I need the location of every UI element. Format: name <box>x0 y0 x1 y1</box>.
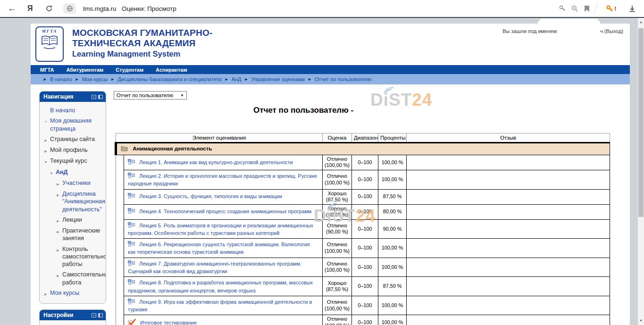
grade-report-table: Элемент оценивания Оценка Диапазон Проце… <box>115 133 610 325</box>
activity-link[interactable]: Лекция 3. Сущность, функция, типология и… <box>139 193 282 199</box>
report-type-select[interactable]: Отчет по пользователю ▼ <box>114 91 187 100</box>
breadcrumb-link[interactable]: Дисциплины бакалавриата и специалитета <box>117 76 222 82</box>
sidebar-nav-item[interactable]: Мой профиль <box>42 145 104 156</box>
sidebar-nav-item[interactable]: Дисциплина "Анимационная деятельность" <box>42 189 104 215</box>
open-book-icon <box>40 33 59 50</box>
tree-toggle-icon[interactable] <box>49 168 54 176</box>
password-alert-icon[interactable]: ! <box>606 0 616 17</box>
activity-link[interactable]: Итоговое тестирование <box>140 320 197 325</box>
indent-gutter <box>116 204 124 219</box>
indent-gutter <box>116 239 124 258</box>
activity-link[interactable]: Лекция 7. Драматургия анимационно-театра… <box>128 261 301 274</box>
page-background: МГТА МОСКОВСКАЯ ГУМАНИТАРНО- ТЕХНИЧЕСКАЯ… <box>0 18 644 325</box>
sidebar-nav-item[interactable]: Лекции <box>42 215 104 225</box>
sidebar-nav-item[interactable]: Практические занятия <box>42 225 104 244</box>
navigation-block-header: Навигация <box>40 92 106 102</box>
sidebar-nav-item[interactable]: Контроль самостоятельной работы <box>42 244 104 270</box>
activity-link[interactable]: Лекция 2. История и хронология массовых … <box>128 173 317 186</box>
main-menu-item[interactable]: Абитуриентам <box>66 67 103 73</box>
breadcrumb-link[interactable]: В начало <box>50 76 72 82</box>
scrollbar-thumb[interactable] <box>638 28 644 217</box>
tree-toggle-icon[interactable] <box>56 271 60 286</box>
grade-cell: Хорошо (87,50 %) <box>323 189 352 204</box>
col-header-item: Элемент оценивания <box>116 133 323 143</box>
sidebar-nav-item[interactable]: Участники <box>42 178 104 189</box>
sidebar-item-label: В начало <box>50 107 75 114</box>
grade-cell: Отлично (100,00 %) <box>323 170 352 189</box>
range-cell: 0–100 <box>352 258 378 277</box>
sidebar-item-label: Дисциплина "Анимационная деятельность" <box>62 190 105 213</box>
breadcrumb-item: ► Дисциплины бакалавриата и специалитета <box>108 76 222 82</box>
scroll-down-arrow-icon[interactable]: ▼ <box>638 317 644 324</box>
tree-toggle-icon[interactable] <box>56 179 60 187</box>
breadcrumb-link[interactable]: АнД <box>232 76 242 82</box>
tree-toggle-icon[interactable] <box>43 157 48 165</box>
sidebar-nav-item[interactable]: В начало <box>42 105 104 116</box>
address-url[interactable]: lms.mgta.ru <box>83 0 117 17</box>
sidebar-nav-item[interactable]: АнД <box>42 167 104 178</box>
sidebar-nav-item[interactable]: Страницы сайта <box>42 134 104 145</box>
collapse-block-icon[interactable] <box>92 95 96 99</box>
tree-toggle-icon[interactable] <box>56 227 60 242</box>
range-cell: 0–100 <box>352 219 378 239</box>
activity-link[interactable]: Лекция 8. Подготовка и разработка анимац… <box>128 280 313 293</box>
grade-item-row: Лекция 7. Драматургия анимационно-театра… <box>116 258 610 277</box>
refresh-icon[interactable] <box>45 0 53 17</box>
activity-link[interactable]: Лекция 4. Технологический процесс создан… <box>139 208 311 214</box>
category-row: Анимационная деятельность <box>116 143 610 155</box>
tree-toggle-icon[interactable] <box>56 216 60 224</box>
tree-toggle-icon[interactable] <box>56 245 60 268</box>
grade-item-row: Лекция 5. Роль аниматоров в организации … <box>116 219 610 239</box>
main-menu-item[interactable]: Аспирантам <box>156 67 187 73</box>
scroll-up-arrow-icon[interactable]: ▲ <box>638 19 644 25</box>
breadcrumb-link[interactable]: Управление оценками <box>251 76 305 82</box>
settings-tree: Управление оценками Обзорный отчет Отчет… <box>40 320 106 325</box>
activity-link[interactable]: Лекция 6. Рекреационная сущность туристс… <box>128 242 310 255</box>
breadcrumb-link[interactable]: Отчет по пользователю <box>315 76 371 82</box>
sidebar-nav-item[interactable]: Самостоятельная работа <box>42 269 104 288</box>
back-button[interactable]: ← <box>8 0 17 17</box>
search-icon[interactable] <box>571 0 579 17</box>
collapse-block-icon[interactable] <box>92 313 96 317</box>
globe-icon <box>67 5 73 12</box>
bookmark-icon[interactable] <box>584 0 590 17</box>
breadcrumb-link[interactable]: Мои курсы <box>82 76 108 82</box>
activity-link[interactable]: Лекция 9. Игра как эффективная форма ани… <box>128 299 312 312</box>
tree-toggle-icon[interactable] <box>43 289 48 297</box>
mgta-logo[interactable]: МГТА <box>35 26 64 62</box>
academy-title: МОСКОВСКАЯ ГУМАНИТАРНО- ТЕХНИЧЕСКАЯ АКАД… <box>72 28 212 58</box>
activity-link[interactable]: Лекция 1. Анимация как вид культурно-дос… <box>139 159 293 165</box>
tree-toggle-icon[interactable] <box>43 107 48 114</box>
dock-block-icon[interactable] <box>98 313 103 317</box>
grade-cell: Отлично (100,00 %) <box>323 315 352 325</box>
sidebar-item-label: Участники <box>62 179 91 187</box>
site-security-badge[interactable] <box>63 3 76 14</box>
academy-title-line2: ТЕХНИЧЕСКАЯ АКАДЕМИЯ <box>72 38 212 49</box>
vertical-scrollbar[interactable]: ▲ ▼ <box>638 18 644 325</box>
breadcrumb-item: ► В начало <box>40 76 72 82</box>
yandex-logo[interactable]: Я <box>27 0 33 17</box>
activity-icon <box>128 158 135 167</box>
activity-link[interactable]: Лекция 5. Роль аниматоров в организации … <box>128 223 313 236</box>
range-cell: 0–100 <box>352 204 378 219</box>
tree-toggle-icon[interactable] <box>56 190 60 213</box>
logout-link[interactable]: ч (Выход) <box>600 28 623 34</box>
tree-toggle-icon[interactable] <box>43 117 48 133</box>
sidebar-nav-item[interactable]: Текущий курс <box>42 156 104 167</box>
feedback-cell <box>407 189 610 204</box>
tree-toggle-icon[interactable] <box>43 135 48 143</box>
main-menu-item[interactable]: Студентам <box>116 67 143 73</box>
password-manager-icon[interactable] <box>559 0 566 17</box>
sidebar-nav-item[interactable]: Мои курсы <box>42 288 104 299</box>
percent-cell: 100,00 % <box>378 296 407 315</box>
sidebar-nav-item[interactable]: Моя домашняя страница <box>42 116 104 134</box>
main-menu-item[interactable]: МГТА <box>40 67 54 73</box>
col-header-feedback: Отзыв <box>407 133 610 143</box>
download-icon[interactable] <box>628 0 636 17</box>
block-header-icons <box>92 313 103 317</box>
indent-gutter <box>116 277 124 296</box>
dock-block-icon[interactable] <box>98 95 103 99</box>
site-header: МГТА МОСКОВСКАЯ ГУМАНИТАРНО- ТЕХНИЧЕСКАЯ… <box>31 24 630 65</box>
signal-arcs-icon <box>383 86 395 93</box>
tree-toggle-icon[interactable] <box>43 146 48 154</box>
